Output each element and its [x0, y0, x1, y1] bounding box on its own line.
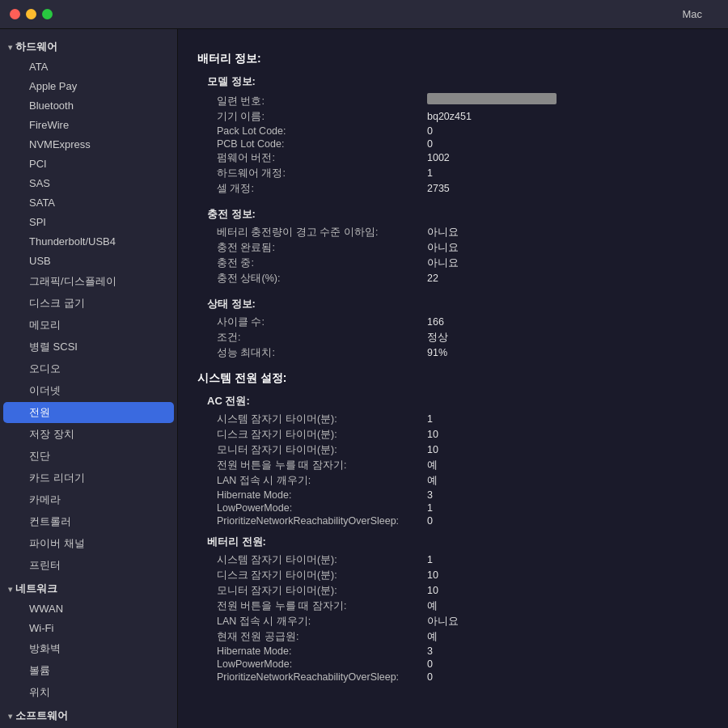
sidebar-item-firewire[interactable]: FireWire — [3, 116, 174, 134]
table-row: LAN 접속 시 깨우기: 예 — [197, 474, 709, 488]
titlebar: Mac — [0, 0, 728, 29]
sidebar-item-ata[interactable]: ATA — [3, 57, 174, 76]
sidebar-item-spi[interactable]: SPI — [3, 213, 174, 231]
sidebar-item-thunderbolt-usb4[interactable]: Thunderbolt/USB4 — [3, 232, 174, 251]
row-label: 사이클 수: — [217, 315, 427, 329]
model-info-group: 모델 정보: 일련 번호: 기기 이름: bq20z451 Pack Lot C… — [197, 74, 709, 196]
sidebar-item-wifi[interactable]: Wi-Fi — [3, 619, 174, 637]
content-area: 배터리 정보: 모델 정보: 일련 번호: 기기 이름: bq20z451 Pa… — [178, 29, 728, 728]
row-value: bq20z451 — [427, 111, 472, 122]
sidebar-item-nvmexpress[interactable]: NVMExpress — [3, 135, 174, 154]
sidebar-section-hardware: ▾ 하드웨어 ATA Apple Pay Bluetooth FireWire … — [0, 37, 177, 576]
sidebar: ▾ 하드웨어 ATA Apple Pay Bluetooth FireWire … — [0, 29, 178, 728]
table-row: 전원 버튼을 누를 때 잠자기: 예 — [197, 599, 709, 613]
row-label: 모니터 잠자기 타이머(분): — [217, 584, 427, 598]
sidebar-item-diagnostics[interactable]: 진단 — [3, 446, 174, 467]
table-row: 모니터 잠자기 타이머(분): 10 — [197, 584, 709, 598]
row-value: 10 — [427, 429, 438, 440]
status-info-title: 상태 정보: — [207, 297, 709, 311]
table-row: Hibernate Mode: 3 — [197, 489, 709, 501]
row-value: 0 — [427, 138, 433, 150]
sidebar-item-disk-burning[interactable]: 디스크 굽기 — [3, 293, 174, 314]
table-row: LAN 접속 시 깨우기: 아니요 — [197, 615, 709, 629]
table-row: 시스템 잠자기 타이머(분): 1 — [197, 553, 709, 567]
sidebar-item-wwan[interactable]: WWAN — [3, 599, 174, 618]
sidebar-section-software-header[interactable]: ▾ 소프트웨어 — [0, 706, 177, 726]
row-value: 아니요 — [427, 256, 459, 270]
row-label: Hibernate Mode: — [217, 489, 427, 501]
row-label: 충전 상태(%): — [217, 272, 427, 286]
row-label: 하드웨어 개정: — [217, 167, 427, 180]
sidebar-item-sas[interactable]: SAS — [3, 174, 174, 193]
table-row: PrioritizeNetworkReachabilityOverSleep: … — [197, 671, 709, 683]
sidebar-item-controller[interactable]: 컨트롤러 — [3, 511, 174, 532]
row-value: 1 — [427, 413, 433, 425]
row-label: 모니터 잠자기 타이머(분): — [217, 443, 427, 457]
row-value: 1 — [427, 167, 433, 179]
sidebar-section-network-label: 네트워크 — [15, 582, 57, 596]
chevron-down-icon: ▾ — [8, 585, 12, 594]
row-value: 아니요 — [427, 615, 459, 629]
close-button[interactable] — [10, 9, 20, 19]
row-value: 3 — [427, 489, 433, 501]
row-value: 10 — [427, 444, 438, 455]
sidebar-item-location[interactable]: 위치 — [3, 682, 174, 703]
sidebar-item-card-reader[interactable]: 카드 리더기 — [3, 468, 174, 489]
sidebar-item-storage[interactable]: 저장 장치 — [3, 424, 174, 445]
sidebar-item-bluetooth[interactable]: Bluetooth — [3, 96, 174, 115]
maximize-button[interactable] — [42, 9, 53, 19]
sidebar-section-network-header[interactable]: ▾ 네트워크 — [0, 579, 177, 599]
row-value: 10 — [427, 569, 438, 581]
sidebar-item-usb[interactable]: USB — [3, 252, 174, 270]
charge-info-title: 충전 정보: — [207, 207, 709, 222]
row-label: 일련 번호: — [217, 95, 427, 108]
sidebar-item-camera[interactable]: 카메라 — [3, 489, 174, 510]
sidebar-item-parallel-scsi[interactable]: 병렬 SCSI — [3, 336, 174, 358]
row-label: LAN 접속 시 깨우기: — [217, 615, 427, 629]
table-row: 디스크 잠자기 타이머(분): 10 — [197, 428, 709, 442]
row-label: 기기 이름: — [217, 110, 427, 124]
minimize-button[interactable] — [26, 9, 36, 19]
traffic-lights — [10, 9, 53, 19]
row-value: 정상 — [427, 331, 448, 345]
row-label: 시스템 잠자기 타이머(분): — [217, 413, 427, 426]
sidebar-item-audio[interactable]: 오디오 — [3, 358, 174, 379]
row-label: 디스크 잠자기 타이머(분): — [217, 428, 427, 442]
row-value: 아니요 — [427, 226, 459, 239]
sidebar-item-ethernet[interactable]: 이더넷 — [3, 380, 174, 401]
row-value: 166 — [427, 316, 444, 328]
table-row: Pack Lot Code: 0 — [197, 125, 709, 137]
sidebar-item-volume[interactable]: 볼륨 — [3, 660, 174, 681]
sidebar-item-apple-pay[interactable]: Apple Pay — [3, 77, 174, 95]
sidebar-item-pci[interactable]: PCI — [3, 154, 174, 173]
row-value: 예 — [427, 474, 438, 488]
row-value: 91% — [427, 347, 447, 358]
sidebar-item-graphics-display[interactable]: 그래픽/디스플레이 — [3, 271, 174, 292]
table-row: PCB Lot Code: 0 — [197, 138, 709, 150]
table-row: Hibernate Mode: 3 — [197, 645, 709, 657]
row-label: 셀 개정: — [217, 182, 427, 196]
sidebar-item-firewall[interactable]: 방화벽 — [3, 638, 174, 659]
sidebar-section-hardware-header[interactable]: ▾ 하드웨어 — [0, 37, 177, 57]
row-label: 충전 완료됨: — [217, 241, 427, 255]
table-row: 충전 중: 아니요 — [197, 256, 709, 270]
sidebar-item-fiber-channel[interactable]: 파이버 채널 — [3, 533, 174, 554]
sidebar-item-sata[interactable]: SATA — [3, 193, 174, 212]
table-row: 시스템 잠자기 타이머(분): 1 — [197, 413, 709, 426]
main-title: 배터리 정보: — [197, 52, 709, 66]
row-value: 2735 — [427, 183, 450, 194]
row-value: 0 — [427, 658, 433, 670]
row-value: 예 — [427, 630, 438, 644]
table-row: 충전 상태(%): 22 — [197, 272, 709, 286]
row-value: 0 — [427, 515, 433, 527]
sidebar-item-printer[interactable]: 프린터 — [3, 555, 174, 576]
row-label: LAN 접속 시 깨우기: — [217, 474, 427, 488]
table-row: 성능 최대치: 91% — [197, 346, 709, 360]
row-label: 충전 중: — [217, 256, 427, 270]
table-row: 충전 완료됨: 아니요 — [197, 241, 709, 255]
row-label: 성능 최대치: — [217, 346, 427, 360]
sidebar-section-software-label: 소프트웨어 — [15, 709, 68, 723]
sidebar-item-memory[interactable]: 메모리 — [3, 315, 174, 336]
sidebar-item-power[interactable]: 전원 — [3, 402, 174, 423]
row-value: 1 — [427, 502, 433, 514]
